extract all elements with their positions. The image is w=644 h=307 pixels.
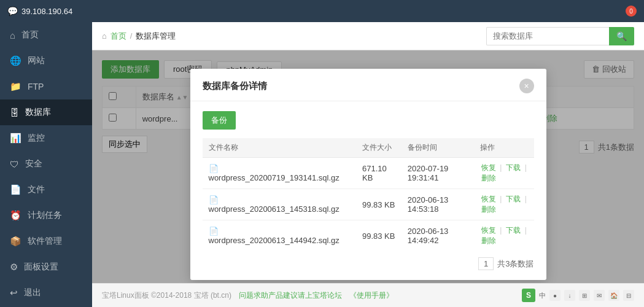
footer-icon-1: ● [549, 290, 561, 301]
backup-col-filename: 文件名称 [203, 138, 356, 158]
website-icon: 🌐 [10, 55, 21, 66]
footer-icon-5: 🏠 [608, 290, 619, 301]
footer-copyright: 宝塔Linux面板 ©2014-2018 宝塔 (bt.cn) [102, 290, 231, 301]
sidebar-item-home[interactable]: ⌂ 首页 [0, 22, 92, 48]
footer-icon-text: 中 [539, 291, 546, 300]
backup-row-2: 📄 wordpress_20200613_144942.sql.gz 99.83… [203, 220, 534, 252]
sidebar-label-database: 数据库 [25, 107, 51, 118]
sidebar-item-logout[interactable]: ↩ 退出 [0, 280, 92, 306]
search-button[interactable]: 🔍 [609, 27, 634, 45]
modal-pagination: 1 共3条数据 [203, 257, 534, 270]
footer: 宝塔Linux面板 ©2014-2018 宝塔 (bt.cn) 问题求助产品建议… [92, 283, 644, 307]
modal-page-number: 1 [478, 257, 494, 270]
backup-size-1: 99.83 KB [356, 189, 402, 220]
sidebar-label-logout: 退出 [24, 287, 41, 298]
software-icon: 📦 [10, 236, 21, 247]
backup-size-2: 99.83 KB [356, 220, 402, 252]
breadcrumb: ⌂ 首页 / 数据库管理 [102, 31, 486, 42]
security-icon: 🛡 [10, 159, 19, 169]
footer-icon-6: ⊟ [623, 290, 634, 301]
sidebar-label-files: 文件 [28, 184, 45, 195]
sidebar-item-security[interactable]: 🛡 安全 [0, 151, 92, 177]
breadcrumb-current: 数据库管理 [136, 31, 176, 42]
search-area: 🔍 [486, 27, 634, 45]
restore-link-1[interactable]: 恢复 [481, 195, 496, 203]
sidebar-label-monitor: 监控 [28, 133, 45, 144]
footer-help-link[interactable]: 问题求助产品建议请上宝塔论坛 [239, 290, 342, 301]
chat-icon: 💬 [7, 6, 18, 16]
tasks-icon: ⏰ [10, 210, 21, 221]
page-content: 添加数据库 root密码 phpMyAdmin 🗑 回收站 数据库名▲▼ 用户名… [92, 50, 644, 283]
sidebar-label-security: 安全 [25, 158, 42, 169]
sidebar-item-database[interactable]: 🗄 数据库 [0, 99, 92, 125]
main-layout: ⌂ 首页 🌐 网站 📁 FTP 🗄 数据库 📊 监控 🛡 安全 📄 文件 ⏰ [0, 22, 644, 307]
delete-link-0[interactable]: 删除 [481, 174, 496, 182]
footer-manual-link[interactable]: 《使用手册》 [349, 290, 394, 301]
restore-link-0[interactable]: 恢复 [481, 163, 496, 172]
backup-row-0: 📄 wordpress_20200719_193141.sql.gz 671.1… [203, 158, 534, 189]
backup-col-size: 文件大小 [356, 138, 402, 158]
modal-page-total: 共3条数据 [497, 258, 533, 270]
footer-icons: S 中 ● ↓ ⊞ ✉ 🏠 ⊟ [522, 289, 634, 302]
sidebar: ⌂ 首页 🌐 网站 📁 FTP 🗄 数据库 📊 监控 🛡 安全 📄 文件 ⏰ [0, 22, 92, 307]
delete-link-2[interactable]: 删除 [481, 236, 496, 245]
download-link-2[interactable]: 下载 [506, 226, 521, 235]
sidebar-label-website: 网站 [28, 55, 45, 66]
backup-time-2: 2020-06-13 14:49:42 [402, 220, 474, 252]
file-icon-2: 📄 [209, 227, 219, 236]
sidebar-label-ftp: FTP [28, 82, 44, 91]
header-bar: ⌂ 首页 / 数据库管理 🔍 [92, 22, 644, 50]
monitor-icon: 📊 [10, 133, 21, 144]
modal-header: 数据库备份详情 × [190, 69, 546, 101]
modal-toolbar: 备份 [203, 111, 534, 130]
download-link-1[interactable]: 下载 [506, 195, 521, 203]
modal-overlay: 数据库备份详情 × 备份 文件名称 文件大小 备份时间 [92, 50, 644, 283]
file-icon-1: 📄 [209, 195, 219, 204]
backup-row-1: 📄 wordpress_20200613_145318.sql.gz 99.83… [203, 189, 534, 220]
backup-col-actions: 操作 [474, 138, 534, 158]
content-area: ⌂ 首页 / 数据库管理 🔍 添加数据库 root密码 phpMyAdmin 🗑… [92, 22, 644, 307]
server-ip: 39.108.190.64 [21, 7, 626, 16]
backup-filename-1: 📄 wordpress_20200613_145318.sql.gz [203, 189, 356, 220]
file-icon-0: 📄 [209, 164, 219, 173]
footer-icon-3: ⊞ [579, 290, 590, 301]
backup-table: 文件名称 文件大小 备份时间 操作 📄 wo [203, 138, 534, 251]
sidebar-label-panel: 面板设置 [24, 262, 58, 273]
backup-button[interactable]: 备份 [203, 111, 236, 130]
sidebar-item-panel[interactable]: ⚙ 面板设置 [0, 254, 92, 280]
modal-close-button[interactable]: × [519, 79, 534, 93]
restore-link-2[interactable]: 恢复 [481, 226, 496, 235]
database-icon: 🗄 [10, 107, 19, 118]
files-icon: 📄 [10, 184, 21, 195]
sidebar-item-ftp[interactable]: 📁 FTP [0, 74, 92, 99]
sidebar-item-website[interactable]: 🌐 网站 [0, 48, 92, 74]
sidebar-item-tasks[interactable]: ⏰ 计划任务 [0, 203, 92, 228]
backup-actions-1: 恢复 | 下载 | 删除 [474, 189, 534, 220]
backup-col-time: 备份时间 [402, 138, 474, 158]
notification-badge: 0 [626, 6, 637, 17]
modal-title: 数据库备份详情 [203, 80, 267, 92]
backup-time-1: 2020-06-13 14:53:18 [402, 189, 474, 220]
panel-icon: ⚙ [10, 262, 18, 273]
topbar: 💬 39.108.190.64 0 [0, 0, 644, 22]
backup-filename-0: 📄 wordpress_20200719_193141.sql.gz [203, 158, 356, 189]
backup-actions-0: 恢复 | 下载 | 删除 [474, 158, 534, 189]
download-link-0[interactable]: 下载 [506, 163, 521, 172]
sidebar-label-home: 首页 [21, 29, 39, 41]
home-icon: ⌂ [10, 30, 15, 41]
modal-body: 备份 文件名称 文件大小 备份时间 操作 [190, 101, 546, 280]
footer-icon-4: ✉ [594, 290, 605, 301]
footer-icon-2: ↓ [564, 290, 575, 301]
ftp-icon: 📁 [10, 81, 21, 92]
sidebar-item-software[interactable]: 📦 软件管理 [0, 228, 92, 254]
backup-filename-2: 📄 wordpress_20200613_144942.sql.gz [203, 220, 356, 252]
search-input[interactable] [486, 27, 609, 45]
backup-time-0: 2020-07-19 19:31:41 [402, 158, 474, 189]
bt-logo-icon: S [522, 289, 535, 302]
logout-icon: ↩ [10, 287, 18, 298]
sidebar-item-files[interactable]: 📄 文件 [0, 177, 92, 203]
breadcrumb-home[interactable]: 首页 [111, 31, 126, 42]
backup-detail-modal: 数据库备份详情 × 备份 文件名称 文件大小 备份时间 [190, 69, 546, 280]
delete-link-1[interactable]: 删除 [481, 205, 496, 214]
sidebar-item-monitor[interactable]: 📊 监控 [0, 125, 92, 151]
